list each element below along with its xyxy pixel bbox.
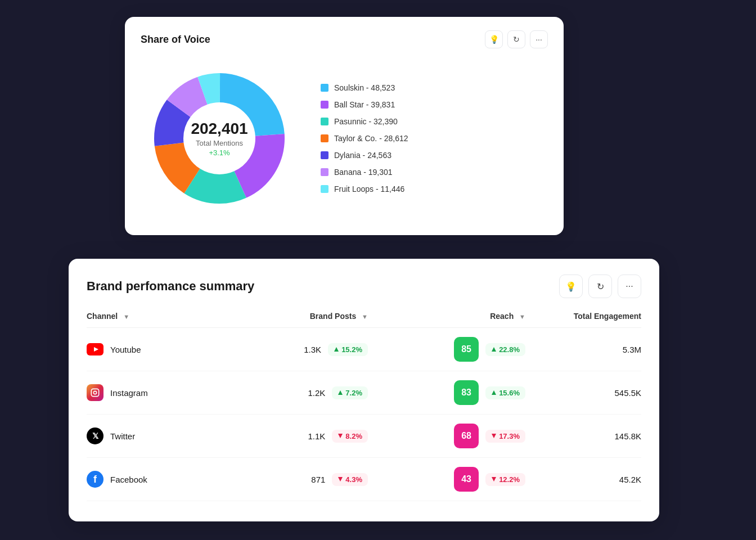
col-header-reach: Reach ▼ bbox=[368, 312, 525, 328]
posts-change-badge: 8.2% bbox=[332, 430, 368, 443]
posts-cell: 871 4.3% bbox=[222, 473, 368, 486]
posts-cell: 1.1K 8.2% bbox=[222, 430, 368, 443]
reach-change-badge: 12.2% bbox=[485, 473, 525, 486]
reach-score: 83 bbox=[454, 380, 479, 405]
reach-cell: 68 17.3% bbox=[368, 424, 525, 448]
posts-value: 871 bbox=[311, 475, 325, 484]
perf-header: Brand perfomance summary 💡 ↻ ··· bbox=[87, 274, 641, 298]
share-of-voice-card: Share of Voice 💡 ↻ ··· bbox=[125, 17, 564, 235]
legend-label: Dylania - 24,563 bbox=[334, 151, 392, 160]
table-row: Youtube 1.3K 15.2% 85 22.8% bbox=[87, 328, 641, 371]
legend-label: Fruit Loops - 11,446 bbox=[334, 184, 404, 194]
table-row: Instagram 1.2K 7.2% 83 15.6% bbox=[87, 371, 641, 415]
donut-center-text: 202,401 Total Mentions +3.1% bbox=[191, 120, 248, 157]
channel-name: Facebook bbox=[110, 475, 147, 484]
posts-value: 1.1K bbox=[308, 431, 326, 441]
youtube-icon bbox=[87, 343, 104, 356]
reach-change-badge: 22.8% bbox=[485, 343, 525, 356]
svg-marker-1 bbox=[334, 347, 339, 352]
facebook-icon: f bbox=[87, 471, 104, 488]
engagement-cell: 545.5K bbox=[525, 371, 641, 415]
engagement-cell: 5.3M bbox=[525, 328, 641, 371]
perf-actions: 💡 ↻ ··· bbox=[559, 274, 641, 298]
sov-card-header: Share of Voice 💡 ↻ ··· bbox=[141, 30, 548, 48]
svg-point-5 bbox=[97, 390, 97, 391]
svg-marker-8 bbox=[338, 434, 343, 438]
svg-marker-10 bbox=[338, 477, 343, 482]
legend-dot bbox=[321, 84, 328, 92]
legend-label: Taylor & Co. - 28,612 bbox=[334, 134, 408, 143]
legend-dot bbox=[321, 134, 328, 142]
brand-performance-card: Brand perfomance summary 💡 ↻ ··· Channel… bbox=[69, 259, 659, 521]
legend-item: Taylor & Co. - 28,612 bbox=[321, 134, 408, 143]
posts-value: 1.2K bbox=[308, 388, 326, 398]
engagement-cell: 45.2K bbox=[525, 458, 641, 501]
instagram-icon bbox=[87, 384, 104, 401]
legend-label: Pasunnic - 32,390 bbox=[334, 117, 398, 126]
svg-marker-11 bbox=[492, 477, 496, 482]
legend-item: Soulskin - 48,523 bbox=[321, 83, 408, 92]
legend-label: Soulskin - 48,523 bbox=[334, 83, 395, 92]
donut-chart: 202,401 Total Mentions +3.1% bbox=[141, 60, 298, 217]
legend-label: Banana - 19,301 bbox=[334, 168, 393, 177]
col-header-posts: Brand Posts ▼ bbox=[222, 312, 368, 328]
donut-change: +3.1% bbox=[191, 148, 248, 157]
legend-item: Banana - 19,301 bbox=[321, 168, 408, 177]
col-header-engagement: Total Engagement bbox=[525, 312, 641, 328]
posts-cell: 1.3K 15.2% bbox=[222, 343, 368, 356]
engagement-cell: 145.8K bbox=[525, 415, 641, 458]
svg-rect-3 bbox=[91, 389, 98, 396]
sov-refresh-button[interactable]: ↻ bbox=[507, 30, 525, 48]
channel-filter-icon[interactable]: ▼ bbox=[123, 313, 129, 320]
table-row: f Facebook 871 4.3% 43 12.2% bbox=[87, 458, 641, 501]
svg-point-4 bbox=[93, 391, 96, 394]
svg-marker-6 bbox=[338, 390, 343, 395]
svg-marker-0 bbox=[94, 347, 98, 352]
legend-item: Pasunnic - 32,390 bbox=[321, 117, 408, 126]
channel-cell: Youtube bbox=[87, 343, 222, 356]
channel-name: Twitter bbox=[110, 431, 135, 441]
table-row: 𝕏 Twitter 1.1K 8.2% 68 17.3% bbox=[87, 415, 641, 458]
channel-name: Youtube bbox=[110, 345, 141, 354]
posts-filter-icon[interactable]: ▼ bbox=[362, 313, 368, 320]
sov-more-button[interactable]: ··· bbox=[530, 30, 548, 48]
reach-score: 43 bbox=[454, 467, 479, 492]
svg-marker-7 bbox=[492, 390, 496, 395]
reach-change-badge: 15.6% bbox=[485, 386, 525, 399]
perf-lightbulb-button[interactable]: 💡 bbox=[559, 274, 583, 298]
posts-value: 1.3K bbox=[304, 345, 321, 354]
sov-actions: 💡 ↻ ··· bbox=[485, 30, 548, 48]
reach-score: 68 bbox=[454, 424, 479, 448]
legend-item: Dylania - 24,563 bbox=[321, 151, 408, 160]
sov-title: Share of Voice bbox=[141, 34, 210, 46]
reach-cell: 85 22.8% bbox=[368, 337, 525, 362]
legend-item: Fruit Loops - 11,446 bbox=[321, 184, 408, 194]
donut-label: Total Mentions bbox=[191, 139, 248, 147]
posts-change-badge: 15.2% bbox=[328, 343, 368, 356]
legend-label: Ball Star - 39,831 bbox=[334, 100, 395, 109]
reach-change-badge: 17.3% bbox=[485, 430, 525, 443]
posts-change-badge: 4.3% bbox=[332, 473, 368, 486]
perf-more-button[interactable]: ··· bbox=[618, 274, 641, 298]
posts-change-badge: 7.2% bbox=[332, 386, 368, 399]
channel-cell: 𝕏 Twitter bbox=[87, 428, 222, 444]
svg-marker-2 bbox=[492, 347, 496, 352]
legend-dot bbox=[321, 118, 328, 125]
legend-dot bbox=[321, 101, 328, 109]
channel-cell: Instagram bbox=[87, 384, 222, 401]
legend-dot bbox=[321, 151, 328, 159]
channel-cell: f Facebook bbox=[87, 471, 222, 488]
legend-item: Ball Star - 39,831 bbox=[321, 100, 408, 109]
performance-table: Channel ▼ Brand Posts ▼ Reach ▼ Total En… bbox=[87, 312, 641, 501]
reach-score: 85 bbox=[454, 337, 479, 362]
donut-total: 202,401 bbox=[191, 120, 248, 138]
legend-dot bbox=[321, 185, 328, 193]
sov-lightbulb-button[interactable]: 💡 bbox=[485, 30, 503, 48]
twitter-icon: 𝕏 bbox=[87, 428, 104, 444]
svg-marker-9 bbox=[492, 434, 496, 438]
posts-cell: 1.2K 7.2% bbox=[222, 386, 368, 399]
reach-filter-icon[interactable]: ▼ bbox=[519, 313, 525, 320]
col-header-channel: Channel ▼ bbox=[87, 312, 222, 328]
perf-refresh-button[interactable]: ↻ bbox=[588, 274, 612, 298]
perf-title: Brand perfomance summary bbox=[87, 279, 254, 294]
